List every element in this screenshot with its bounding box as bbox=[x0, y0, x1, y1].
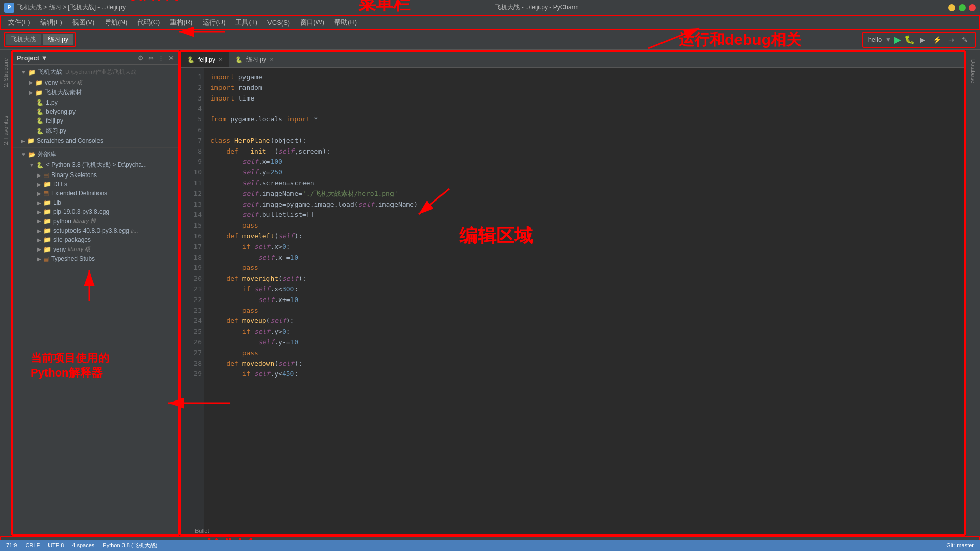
menu-item-edit[interactable]: 编辑(E) bbox=[35, 16, 67, 29]
maximize-button[interactable] bbox=[959, 4, 966, 11]
tree-item-venv2[interactable]: 📁 venv library 根 bbox=[13, 244, 178, 254]
profile-button[interactable]: ⚡ bbox=[930, 35, 943, 45]
close-button[interactable] bbox=[969, 4, 976, 11]
tree-item-pip[interactable]: 📁 pip-19.0.3-py3.8.egg bbox=[13, 207, 178, 216]
code-line-4 bbox=[210, 104, 958, 114]
left-sidebar: 2: Structure 2: Favorites bbox=[0, 50, 11, 536]
code-line-10: self.y=250 bbox=[210, 167, 958, 178]
tree-item-external-libs[interactable]: 📂 外部库 bbox=[13, 147, 178, 160]
chevron-venv bbox=[29, 80, 33, 85]
debug-button[interactable]: 🐛 bbox=[904, 35, 915, 44]
menu-item-code[interactable]: 代码(C) bbox=[132, 16, 165, 29]
code-line-21: if self.x<300: bbox=[210, 284, 958, 295]
window-title: 飞机大战 - ..\feiji.py - PyCharm bbox=[126, 3, 948, 12]
tree-label-feijidazhan: 飞机大战 bbox=[38, 68, 62, 77]
menu-item-view[interactable]: 视图(V) bbox=[67, 16, 100, 29]
title-breadcrumb: 飞机大战 > 练习 > [飞机大战] - ...\feiji.py bbox=[17, 3, 126, 12]
tab-feijidazhan[interactable]: 飞机大战 bbox=[6, 34, 41, 45]
tree-item-1py[interactable]: 🐍 1.py bbox=[13, 98, 178, 107]
tree-item-lib[interactable]: 📁 Lib bbox=[13, 198, 178, 207]
tree-item-extended-defs[interactable]: ▤ Extended Definitions bbox=[13, 189, 178, 198]
edit-config-button[interactable]: ✎ bbox=[960, 35, 970, 45]
project-panel-header: Project ▼ ⚙ ⇔ ⋮ ✕ bbox=[13, 52, 178, 65]
status-indent: 4 spaces bbox=[72, 542, 94, 548]
editor-tab-exercise[interactable]: 🐍 练习.py ✕ bbox=[229, 52, 280, 67]
code-line-18: self.x-=10 bbox=[210, 253, 958, 263]
status-position: 71:9 bbox=[6, 542, 17, 548]
tree-item-venv[interactable]: 📁 venv library 根 bbox=[13, 78, 178, 87]
tree-label-lib: Lib bbox=[53, 199, 61, 206]
code-line-14: self.bulletlist=[] bbox=[210, 210, 958, 220]
panel-icon-gear[interactable]: ⋮ bbox=[158, 54, 164, 62]
code-line-19: pass bbox=[210, 263, 958, 273]
menu-item-navigate[interactable]: 导航(N) bbox=[100, 16, 132, 29]
tree-item-python[interactable]: 📁 python library 根 bbox=[13, 216, 178, 226]
editor-tab-feiji[interactable]: 🐍 feiji.py ✕ bbox=[181, 52, 229, 67]
tree-item-site-packages[interactable]: 📁 site-packages bbox=[13, 235, 178, 244]
menu-item-file[interactable]: 文件(F) bbox=[3, 16, 35, 29]
tree-item-binary-skeletons[interactable]: ▤ Binary Skeletons bbox=[13, 170, 178, 180]
tree-label-dlls: DLLs bbox=[53, 181, 67, 188]
code-line-26: self.y-=10 bbox=[210, 337, 958, 348]
folder-icon-python: 📁 bbox=[43, 218, 51, 225]
menu-item-refactor[interactable]: 重构(R) bbox=[165, 16, 198, 29]
run-debug-annotation: 运行和debug相关 bbox=[679, 30, 801, 51]
editor-tabs: 🐍 feiji.py ✕ 🐍 练习.py ✕ bbox=[181, 52, 964, 68]
tree-item-dlls[interactable]: 📁 DLLs bbox=[13, 180, 178, 189]
chevron-pip bbox=[37, 209, 41, 215]
code-line-25: if self.y>0: bbox=[210, 327, 958, 337]
code-editor-content: 12345 678910 1112131415 1617181920 21222… bbox=[181, 68, 964, 534]
concurrency-button[interactable]: ⇢ bbox=[946, 35, 957, 45]
chevron-assets bbox=[29, 90, 33, 95]
tree-item-typeshed[interactable]: ▤ Typeshed Stubs bbox=[13, 254, 178, 263]
tree-item-interpreter[interactable]: 🐍 < Python 3.8 (飞机大战) > D:\pycha... bbox=[13, 160, 178, 170]
favorites-tab[interactable]: 2: Favorites bbox=[1, 112, 10, 149]
panel-icon-settings[interactable]: ⚙ bbox=[138, 54, 144, 62]
chevron-feijidazhan bbox=[21, 69, 26, 75]
folder-icon-external-libs: 📂 bbox=[28, 151, 36, 158]
tree-item-exercise[interactable]: 🐍 练习.py bbox=[13, 126, 178, 136]
tree-path-feijidazhan: D:\pycharm\作业总\飞机大战 bbox=[65, 68, 136, 76]
tree-item-beiyong[interactable]: 🐍 beiyong.py bbox=[13, 107, 178, 116]
file-tree: 📁 飞机大战 D:\pycharm\作业总\飞机大战 📁 venv librar… bbox=[13, 65, 178, 534]
tab-close-exercise[interactable]: ✕ bbox=[270, 57, 274, 62]
structure-tab[interactable]: 2: Structure bbox=[1, 54, 10, 91]
config-dropdown-icon[interactable]: ▼ bbox=[885, 36, 891, 43]
tree-item-feijidazhan[interactable]: 📁 飞机大战 D:\pycharm\作业总\飞机大战 bbox=[13, 67, 178, 78]
venv-badge: library 根 bbox=[60, 79, 82, 86]
coverage-button[interactable]: ▶ bbox=[918, 35, 927, 45]
minimize-button[interactable] bbox=[948, 4, 955, 11]
run-button[interactable]: ▶ bbox=[894, 34, 901, 45]
db-icon-typeshed: ▤ bbox=[43, 255, 49, 262]
database-tab[interactable]: Database bbox=[969, 54, 978, 88]
folder-icon-assets: 📁 bbox=[35, 89, 43, 96]
bullet-label: Bullet bbox=[195, 528, 209, 534]
tree-item-assets[interactable]: 📁 飞机大战素材 bbox=[13, 87, 178, 98]
tab-close-feiji[interactable]: ✕ bbox=[218, 57, 223, 62]
tab-exercise[interactable]: 练习.py bbox=[43, 34, 74, 45]
tree-label-setuptools: setuptools-40.8.0-py3.8.egg bbox=[53, 227, 129, 234]
code-content[interactable]: import pygame import random import time … bbox=[204, 68, 964, 534]
code-line-28: def movedown(self): bbox=[210, 359, 958, 369]
window-controls bbox=[948, 4, 976, 11]
menu-item-window[interactable]: 窗口(W) bbox=[295, 16, 329, 29]
menu-item-tools[interactable]: 工具(T) bbox=[230, 16, 262, 29]
tree-item-setuptools[interactable]: 📁 setuptools-40.8.0-py3.8.egg li... bbox=[13, 226, 178, 235]
folder-icon-dlls: 📁 bbox=[43, 181, 51, 188]
menu-item-run[interactable]: 运行(U) bbox=[198, 16, 230, 29]
panel-icon-close[interactable]: ✕ bbox=[168, 54, 174, 62]
toolbar: 飞机大战 练习.py 项目目录 hello ▼ ▶ 🐛 ▶ ⚡ ⇢ ✎ 运行和d… bbox=[0, 30, 980, 50]
menu-item-vcs[interactable]: VCS(S) bbox=[262, 17, 295, 29]
panel-icon-layout[interactable]: ⇔ bbox=[148, 54, 154, 62]
folder-icon-venv2: 📁 bbox=[43, 246, 51, 253]
chevron-venv2 bbox=[37, 246, 41, 252]
tree-item-feiji[interactable]: 🐍 feiji.py bbox=[13, 116, 178, 126]
folder-icon-pip: 📁 bbox=[43, 208, 51, 215]
tree-label-venv2: venv bbox=[53, 246, 66, 253]
code-line-29: if self.y<450: bbox=[210, 369, 958, 380]
chevron-site-packages bbox=[37, 237, 41, 243]
code-line-1: import pygame bbox=[210, 72, 958, 83]
folder-icon-site-packages: 📁 bbox=[43, 236, 51, 243]
menu-item-help[interactable]: 帮助(H) bbox=[329, 16, 362, 29]
tree-item-scratches[interactable]: 📁 Scratches and Consoles bbox=[13, 136, 178, 145]
